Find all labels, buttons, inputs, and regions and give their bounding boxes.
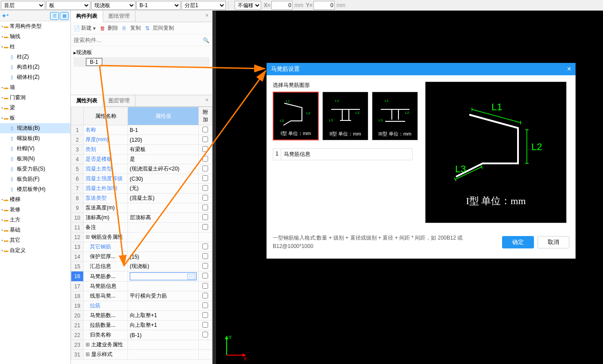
category-select[interactable]: 板 — [46, 1, 90, 10]
property-row[interactable]: 13 其它钢筋 — [71, 242, 212, 252]
extra-checkbox[interactable] — [202, 185, 208, 191]
property-row[interactable]: 22 归类名称(B-1) — [71, 330, 212, 340]
extra-checkbox[interactable] — [202, 244, 208, 249]
layer-copy-button[interactable]: ⇅层间复制 — [145, 24, 174, 32]
property-row[interactable]: 31⊞ 显示样式 — [71, 350, 212, 360]
tab-drawing-mgr[interactable]: 图纸管理 — [103, 11, 135, 22]
property-row[interactable]: 6混凝土强度等级(C30) — [71, 174, 212, 184]
property-row[interactable]: 17 马凳筋信息 — [71, 282, 212, 291]
tree-item[interactable]: ▪▬装修 — [0, 205, 70, 215]
layer-select[interactable]: 分层1 — [182, 1, 226, 10]
extra-checkbox[interactable] — [202, 224, 208, 230]
extra-checkbox[interactable] — [202, 166, 208, 171]
tree-item[interactable]: ▯构造柱(Z) — [0, 62, 70, 72]
tree-item[interactable]: ▯板洞(N) — [0, 154, 70, 164]
extra-checkbox[interactable] — [202, 156, 208, 162]
name-select[interactable]: B-1 — [136, 1, 181, 10]
tree-item[interactable]: ▪▬板 — [0, 113, 70, 123]
extra-checkbox[interactable] — [202, 273, 208, 279]
extra-checkbox[interactable] — [202, 146, 208, 152]
tree-item[interactable]: ▪▬土方 — [0, 215, 70, 225]
view-grid-icon[interactable]: ▦ — [60, 12, 69, 20]
extra-checkbox[interactable] — [202, 332, 208, 337]
tree-item[interactable]: ▪▬常用构件类型 — [0, 21, 70, 31]
tree-item[interactable]: ▪▬轴线 — [0, 31, 70, 42]
tree-item[interactable]: ▪▬墙 — [0, 82, 70, 93]
offset-select[interactable]: 不偏移 — [235, 1, 261, 10]
delete-button[interactable]: 🗑删除 — [100, 24, 118, 32]
dialog-close-icon[interactable]: × — [567, 65, 571, 73]
tree-item[interactable]: ▪▬其它 — [0, 235, 70, 245]
property-row[interactable]: 20 马凳筋数...向上取整+1 — [71, 311, 212, 321]
y-input[interactable] — [313, 1, 335, 10]
new-button[interactable]: 📄新建 ▾ — [73, 24, 96, 32]
ok-button[interactable]: 确定 — [502, 236, 534, 248]
property-row[interactable]: 11备注 — [71, 223, 212, 232]
shape-option[interactable]: L1L2L3I型 单位：mm — [273, 92, 319, 140]
tree-item[interactable]: ▪▬门窗洞 — [0, 93, 70, 103]
tab-properties[interactable]: 属性列表 — [71, 95, 103, 107]
search-icon[interactable]: 🔍 — [203, 37, 209, 43]
property-row[interactable]: 23⊞ 土建业务属性 — [71, 340, 212, 350]
add-icon[interactable]: ✦⁺ — [2, 13, 9, 19]
property-row[interactable]: 19 拉筋 — [71, 301, 212, 311]
property-row[interactable]: 16 马凳筋参...⋯ — [71, 271, 212, 282]
extra-checkbox[interactable] — [202, 214, 208, 220]
extra-checkbox[interactable] — [202, 283, 208, 289]
property-row[interactable]: 3类别有梁板 — [71, 145, 212, 155]
tree-item[interactable]: ▯板负筋(F) — [0, 174, 70, 184]
property-row[interactable]: 5混凝土类型(现浇混凝土碎石<20) — [71, 164, 212, 174]
extra-checkbox[interactable] — [202, 263, 208, 269]
search-input[interactable] — [73, 37, 203, 43]
extra-checkbox[interactable] — [202, 205, 208, 210]
view-list-icon[interactable]: ☰ — [50, 12, 59, 20]
copy-button[interactable]: ⎘复制 — [123, 24, 141, 32]
tab-component-list[interactable]: 构件列表 — [71, 11, 103, 22]
tab-layers[interactable]: 图层管理 — [103, 95, 135, 106]
tree-item[interactable]: ▯柱(Z) — [0, 52, 70, 62]
extra-checkbox[interactable] — [202, 136, 208, 142]
property-row[interactable]: 15 汇总信息(现浇板) — [71, 262, 212, 271]
component-item[interactable]: B-1 — [73, 57, 209, 67]
property-row[interactable]: 21 拉筋数量...向上取整+1 — [71, 321, 212, 330]
property-row[interactable]: 10顶标高(m)层顶标高 — [71, 213, 212, 223]
info-row[interactable]: 1 马凳筋信息 — [273, 148, 413, 160]
property-row[interactable]: 12⊞ 钢筋业务属性 — [71, 232, 212, 242]
tree-item[interactable]: ▪▬自定义 — [0, 245, 70, 256]
component-root[interactable]: ▸ 现浇板 — [73, 48, 209, 57]
property-row[interactable]: 14 保护层厚...(15) — [71, 252, 212, 262]
property-row[interactable]: 7混凝土外加剂(无) — [71, 184, 212, 194]
type-select[interactable]: 现浇板 — [91, 1, 135, 10]
tree-item[interactable]: ▯砌体柱(Z) — [0, 72, 70, 82]
tree-item[interactable]: ▪▬楼梯 — [0, 194, 70, 205]
shape-option[interactable]: L1L2L3III型 单位：mm — [372, 92, 418, 140]
property-row[interactable]: 18 线形马凳...平行横向受力筋 — [71, 291, 212, 301]
extra-checkbox[interactable] — [202, 312, 208, 318]
extra-checkbox[interactable] — [202, 302, 208, 308]
extra-checkbox[interactable] — [202, 293, 208, 298]
extra-checkbox[interactable] — [202, 175, 208, 181]
property-row[interactable]: 4是否是楼板是 — [71, 155, 212, 164]
panel-close-icon[interactable]: × — [202, 11, 212, 22]
extra-checkbox[interactable] — [202, 127, 208, 132]
tree-item[interactable]: ▪▬基础 — [0, 225, 70, 235]
extra-checkbox[interactable] — [202, 322, 208, 328]
tree-item[interactable]: ▯柱帽(V) — [0, 143, 70, 154]
tree-item[interactable]: ▯楼层板带(H) — [0, 184, 70, 194]
tree-item[interactable]: ▪▬梁 — [0, 103, 70, 113]
tree-item[interactable]: ▯板受力筋(S) — [0, 164, 70, 174]
tree-item[interactable]: ▪▬柱 — [0, 42, 70, 52]
tree-item[interactable]: ▯螺旋板(B) — [0, 133, 70, 143]
property-row[interactable]: 1名称B-1 — [71, 125, 212, 135]
floor-select[interactable]: 首层 — [1, 1, 45, 10]
tree-item[interactable]: ▯现浇板(B) — [0, 123, 70, 133]
x-input[interactable] — [271, 1, 293, 10]
shape-option[interactable]: L1L2L3II型 单位：mm — [322, 92, 368, 140]
extra-checkbox[interactable] — [202, 253, 208, 259]
cancel-button[interactable]: 取消 — [537, 236, 569, 248]
property-row[interactable]: 2厚度(mm)(120) — [71, 135, 212, 145]
property-row[interactable]: 8泵送类型(混凝土泵) — [71, 194, 212, 203]
ellipsis-button[interactable]: ⋯ — [187, 274, 195, 279]
property-row[interactable]: 9泵送高度(m) — [71, 203, 212, 213]
panel-close-icon[interactable]: × — [202, 95, 212, 106]
